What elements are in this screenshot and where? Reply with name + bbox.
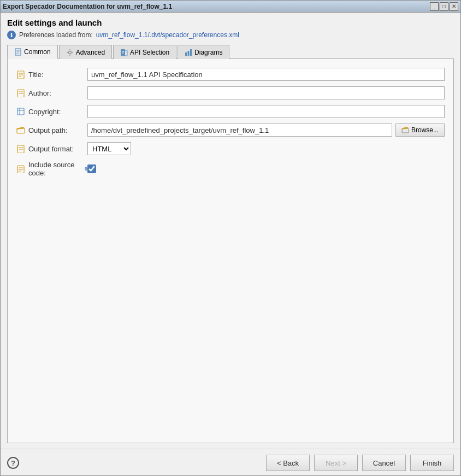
window-content: Edit settings and launch ℹ Preferences l… (1, 13, 460, 449)
tab-api-icon (120, 49, 128, 56)
svg-rect-15 (190, 49, 192, 56)
title-label: Title: (16, 70, 87, 79)
tabs-container: Common Advanced API S (7, 45, 454, 59)
footer: ? < Back Next > Cancel Finish (1, 449, 460, 475)
include-source-checkbox[interactable] (87, 164, 96, 173)
header-title: Edit settings and launch (7, 18, 454, 27)
author-label: Author: (16, 89, 87, 97)
tab-diagrams-icon (185, 49, 192, 56)
title-field-icon (16, 70, 25, 79)
include-source-icon (16, 164, 25, 173)
titlebar-buttons: _ □ ✕ (430, 2, 458, 11)
close-button[interactable]: ✕ (450, 2, 458, 11)
tab-advanced[interactable]: Advanced (59, 45, 112, 59)
author-input[interactable] (87, 86, 445, 99)
window-title: Export Specador Documentation for uvm_re… (3, 3, 172, 10)
output-format-icon (16, 144, 25, 153)
author-field-icon (16, 89, 25, 97)
main-window: Export Specador Documentation for uvm_re… (0, 0, 461, 476)
copyright-input[interactable] (87, 105, 445, 118)
finish-button[interactable]: Finish (410, 455, 454, 471)
svg-rect-23 (17, 108, 24, 115)
output-format-row: Output format: HTML PDF DOCX (16, 142, 445, 155)
titlebar: Export Specador Documentation for uvm_re… (1, 1, 460, 13)
footer-left: ? (7, 457, 19, 469)
help-button[interactable]: ? (7, 457, 19, 469)
tab-diagrams[interactable]: Diagrams (178, 45, 229, 59)
info-line: ℹ Preferences loaded from: uvm_ref_flow_… (7, 31, 454, 39)
svg-point-4 (68, 51, 71, 54)
tab-advanced-icon (66, 49, 74, 56)
tab-advanced-label: Advanced (76, 49, 105, 56)
include-source-row: Include source code: 9 (16, 161, 445, 177)
output-path-row: Output path: Browse... (16, 124, 445, 137)
tab-diagrams-label: Diagrams (194, 49, 222, 56)
svg-rect-13 (185, 52, 187, 56)
cancel-button[interactable]: Cancel (362, 455, 406, 471)
minimize-button[interactable]: _ (430, 2, 439, 11)
maximize-button[interactable]: □ (440, 2, 448, 11)
main-panel: Title: Author: (7, 59, 454, 443)
tab-common[interactable]: Common (7, 45, 58, 59)
title-row: Title: (16, 68, 445, 81)
browse-button[interactable]: Browse... (395, 124, 445, 137)
output-format-wrapper: HTML PDF DOCX (87, 142, 131, 155)
tab-api-label: API Selection (130, 49, 169, 56)
copyright-label: Copyright: (16, 107, 87, 116)
author-row: Author: (16, 86, 445, 99)
info-icon: ℹ (7, 31, 16, 39)
tab-common-label: Common (24, 48, 51, 56)
footer-buttons: < Back Next > Cancel Finish (266, 455, 454, 471)
header-section: Edit settings and launch ℹ Preferences l… (7, 18, 454, 39)
svg-rect-14 (188, 51, 190, 56)
copyright-field-icon (16, 107, 25, 116)
browse-folder-icon (401, 126, 409, 134)
output-path-label: Output path: (16, 126, 87, 134)
include-source-label: Include source code: 9 (16, 161, 87, 177)
title-input[interactable] (87, 68, 445, 81)
tab-api-selection[interactable]: API Selection (113, 45, 176, 59)
copyright-row: Copyright: (16, 105, 445, 118)
back-button[interactable]: < Back (266, 455, 310, 471)
tab-common-icon (14, 48, 22, 56)
output-path-input[interactable] (87, 124, 392, 137)
info-prefix: Preferences loaded from: (19, 31, 93, 39)
next-button[interactable]: Next > (314, 455, 358, 471)
output-format-select[interactable]: HTML PDF DOCX (87, 142, 131, 155)
output-path-icon (16, 126, 25, 134)
output-format-label: Output format: (16, 144, 87, 153)
info-path: uvm_ref_flow_1.1/.dvt/specador_preferenc… (96, 31, 239, 39)
